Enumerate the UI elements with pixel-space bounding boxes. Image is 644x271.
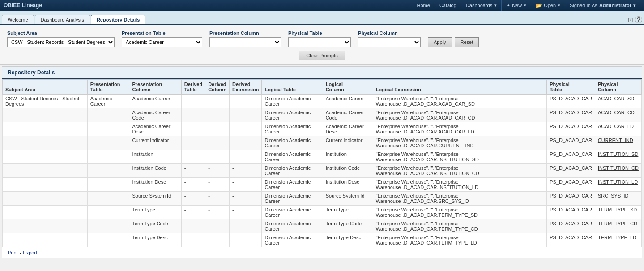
new-dropdown[interactable]: ✦ New ▾ — [502, 0, 531, 11]
cell-logical-column: Academic Career Desc — [323, 122, 373, 136]
cell-pres-column: Term Type — [129, 206, 181, 219]
cell-pres-table: Academic Career — [87, 95, 129, 108]
table-row: Source System Id---Dimension Academic Ca… — [3, 192, 642, 206]
cell-pres-table — [87, 178, 129, 192]
cell-logical-expression: "Enterprise Warehouse".""."Enterprise Wa… — [373, 206, 546, 219]
export-link[interactable]: Export — [23, 250, 37, 255]
cell-physical-column[interactable]: TERM_TYPE_SD — [595, 206, 641, 219]
cell-pres-column: Institution — [129, 150, 181, 164]
cell-physical-column[interactable]: ACAD_CAR_LD — [595, 122, 641, 136]
filter-area: Subject Area CSW - Student Records - Stu… — [0, 25, 644, 65]
cell-logical-column: Academic Career Code — [323, 108, 373, 122]
tab-dashboard-analysis[interactable]: Dashboard Analysis — [35, 15, 90, 24]
cell-pres-column: Term Type Code — [129, 219, 181, 233]
physical-table-select[interactable] — [288, 37, 351, 47]
dashboards-dropdown[interactable]: Dashboards ▾ — [461, 0, 502, 11]
presentation-column-select[interactable] — [209, 37, 281, 47]
cell-derived-column: - — [205, 150, 230, 164]
cell-derived-expression: - — [230, 108, 262, 122]
apply-button[interactable]: Apply — [428, 37, 452, 47]
presentation-table-select[interactable]: Academic Career — [122, 37, 202, 47]
cell-physical-column[interactable]: SRC_SYS_ID — [595, 192, 641, 206]
maximize-icon[interactable]: ⊡ — [628, 16, 633, 23]
physical-column-label: Physical Column — [358, 30, 421, 36]
presentation-column-label: Presentation Column — [209, 30, 281, 36]
cell-physical-column[interactable]: ACAD_CAR_SD — [595, 95, 641, 108]
help-icon[interactable]: ? — [635, 16, 642, 23]
cell-derived-column: - — [205, 192, 230, 206]
cell-logical-column: Source System Id — [323, 192, 373, 206]
presentation-column-filter: Presentation Column — [209, 30, 281, 47]
physical-column-select[interactable] — [358, 37, 421, 47]
subject-area-label: Subject Area — [7, 30, 115, 36]
cell-logical-table: Dimension Academic Career — [262, 164, 323, 178]
cell-derived-column: - — [205, 164, 230, 178]
cell-physical-column[interactable]: ACAD_CAR_CD — [595, 108, 641, 122]
cell-subject-area — [3, 178, 88, 192]
dashboards-label: Dashboards — [466, 3, 492, 8]
cell-physical-table: PS_D_ACAD_CAR — [547, 192, 595, 206]
new-chevron: ▾ — [524, 3, 526, 9]
cell-physical-column[interactable]: INSTITUTION_CD — [595, 164, 641, 178]
cell-derived-expression: - — [230, 95, 262, 108]
cell-physical-table: PS_D_ACAD_CAR — [547, 164, 595, 178]
cell-logical-table: Dimension Academic Career — [262, 95, 323, 108]
home-link[interactable]: Home — [413, 0, 435, 11]
open-dropdown[interactable]: 📂 Open ▾ — [531, 0, 565, 11]
cell-physical-column[interactable]: INSTITUTION_LD — [595, 178, 641, 192]
cell-physical-column[interactable]: INSTITUTION_SD — [595, 150, 641, 164]
cell-derived-table: - — [181, 136, 205, 150]
open-chevron: ▾ — [558, 3, 560, 9]
tab-icons: ⊡ ? — [628, 16, 642, 24]
user-chevron: ▾ — [633, 3, 636, 9]
cell-pres-table — [87, 192, 129, 206]
cell-pres-table — [87, 136, 129, 150]
tab-welcome[interactable]: Welcome — [2, 15, 34, 24]
cell-derived-expression: - — [230, 206, 262, 219]
top-navigation: OBIEE Lineage Home Catalog Dashboards ▾ … — [0, 0, 644, 11]
cell-pres-column: Academic Career — [129, 95, 181, 108]
cell-pres-column: Institution Desc — [129, 178, 181, 192]
physical-table-label: Physical Table — [288, 30, 351, 36]
cell-logical-expression: "Enterprise Warehouse".""."Enterprise Wa… — [373, 150, 546, 164]
print-link[interactable]: Print — [8, 250, 18, 255]
cell-derived-column: - — [205, 122, 230, 136]
col-subject-area: Subject Area — [3, 80, 88, 95]
cell-subject-area — [3, 136, 88, 150]
cell-logical-expression: "Enterprise Warehouse".""."Enterprise Wa… — [373, 178, 546, 192]
col-derived-expression: DerivedExpression — [230, 80, 262, 95]
dashboards-chevron: ▾ — [494, 3, 497, 9]
cell-derived-table: - — [181, 233, 205, 247]
cell-physical-column[interactable]: TERM_TYPE_LD — [595, 233, 641, 247]
cell-derived-column: - — [205, 136, 230, 150]
tab-repository-details[interactable]: Repository Details — [91, 15, 146, 24]
cell-derived-table: - — [181, 178, 205, 192]
footer-links: Print - Export — [2, 247, 642, 258]
cell-subject-area — [3, 206, 88, 219]
cell-pres-column: Academic Career Code — [129, 108, 181, 122]
signed-in-user[interactable]: Administrator — [599, 3, 631, 8]
subject-area-select[interactable]: CSW - Student Records - Student Degrees — [7, 37, 115, 47]
cell-logical-table: Dimension Academic Career — [262, 108, 323, 122]
clear-prompts-button[interactable]: Clear Prompts — [299, 51, 345, 60]
cell-derived-expression: - — [230, 178, 262, 192]
cell-pres-column: Academic Career Desc — [129, 122, 181, 136]
table-wrapper[interactable]: Subject Area PresentationTable Presentat… — [2, 79, 642, 247]
cell-derived-table: - — [181, 150, 205, 164]
filter-buttons: Apply Reset — [428, 37, 479, 47]
cell-logical-table: Dimension Academic Career — [262, 206, 323, 219]
cell-derived-expression: - — [230, 164, 262, 178]
table-row: Institution---Dimension Academic CareerI… — [3, 150, 642, 164]
col-physical-column: PhysicalColumn — [595, 80, 641, 95]
cell-logical-column: Term Type Desc — [323, 233, 373, 247]
catalog-link[interactable]: Catalog — [435, 0, 461, 11]
cell-logical-expression: "Enterprise Warehouse".""."Enterprise Wa… — [373, 136, 546, 150]
cell-pres-table — [87, 164, 129, 178]
cell-physical-column[interactable]: CURRENT_IND — [595, 136, 641, 150]
cell-derived-table: - — [181, 206, 205, 219]
open-icon: 📂 — [536, 3, 542, 9]
table-row: Term Type---Dimension Academic CareerTer… — [3, 206, 642, 219]
cell-physical-column[interactable]: TERM_TYPE_CD — [595, 219, 641, 233]
col-logical-expression: Logical Expression — [373, 80, 546, 95]
reset-button[interactable]: Reset — [455, 37, 479, 47]
